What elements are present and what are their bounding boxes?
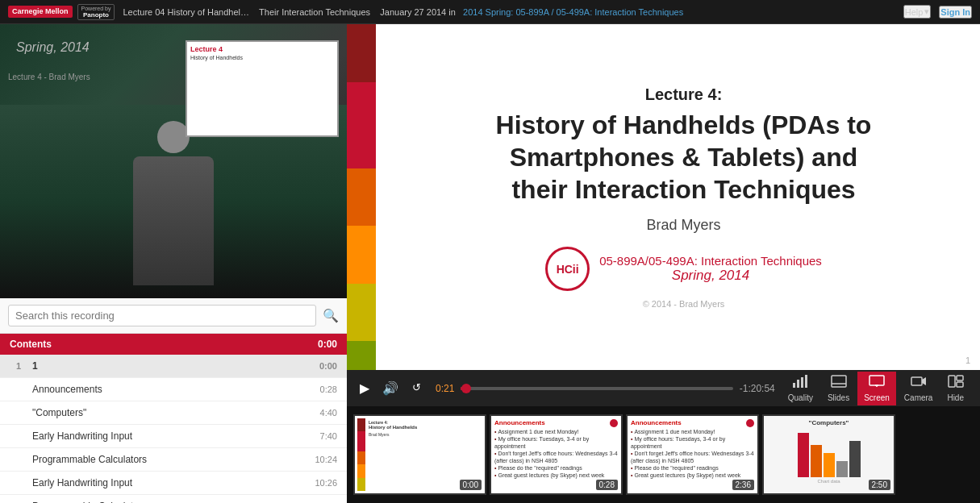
contents-item-1[interactable]: 1 1 0:00 (0, 355, 347, 378)
item-time-computers: 4:40 (320, 408, 337, 418)
item-label-1: 1 (32, 360, 319, 372)
slide-semester: Spring, 2014 (599, 268, 822, 284)
thumb-1-time: 0:28 (596, 480, 618, 490)
camera-label: Camera (904, 393, 933, 402)
screen-button[interactable]: Screen (857, 372, 896, 405)
slide-color-bars (347, 24, 376, 370)
slide-course-info: 05-899A/05-499A: Interaction Techniques … (599, 254, 822, 284)
title-separator: Their Interaction Techniques (259, 7, 370, 17)
hci-logo-area: HCii 05-899A/05-499A: Interaction Techni… (545, 247, 822, 291)
svg-rect-1 (793, 383, 795, 388)
progress-area: 0:21 -1:20:54 (436, 383, 775, 394)
thumbnail-2[interactable]: Announcements •Assignment 1 due next Mon… (626, 414, 759, 495)
quality-icon (792, 375, 808, 392)
hide-button[interactable]: Hide (940, 372, 970, 405)
progress-track[interactable] (461, 387, 732, 390)
contents-header: Contents 0:00 (0, 334, 347, 355)
contents-item-programmable2[interactable]: Programmable Calculators 10:35 (0, 495, 347, 503)
item-label-announcements: Announcements (32, 384, 320, 395)
video-frame: Spring, 2014 Lecture 4 - Brad Myers Lect… (0, 24, 347, 298)
thumb-3-chart (767, 429, 890, 477)
item-label-programmable1: Programmable Calculators (32, 454, 315, 465)
page-title: Lecture 04 History of Handhel… Their Int… (123, 7, 895, 17)
slide-display: Lecture 4: History of Handhelds (PDAs to… (347, 24, 980, 370)
camera-button[interactable]: Camera (898, 372, 940, 405)
item-time-handwriting1: 7:40 (320, 431, 337, 441)
svg-rect-7 (869, 376, 884, 385)
slide-author: Brad Myers (646, 217, 720, 234)
item-time-programmable1: 10:24 (315, 455, 337, 464)
svg-rect-5 (832, 376, 846, 387)
current-time: 0:21 (436, 383, 454, 394)
thumb-2-reddot (746, 419, 754, 427)
item-time-announcements: 0:28 (320, 385, 337, 394)
logo-area: Carnegie Mellon Powered by Panopto (8, 4, 115, 20)
recording-date: January 27 2014 in (380, 7, 456, 17)
svg-rect-13 (957, 376, 963, 380)
rewind-button[interactable]: ↺ (408, 376, 429, 400)
quality-label: Quality (788, 393, 813, 402)
thumb-3-time: 2:50 (869, 480, 890, 490)
left-panel: Spring, 2014 Lecture 4 - Brad Myers Lect… (0, 24, 347, 503)
help-button[interactable]: Help ▾ (903, 5, 932, 19)
item-time-handwriting2: 10:26 (315, 478, 337, 488)
right-panel: Lecture 4: History of Handhelds (PDAs to… (347, 24, 980, 503)
thumbnails-bar: Lecture 4: History of Handhelds Brad Mye… (347, 406, 980, 503)
hci-circle-logo: HCii (545, 247, 590, 291)
item-label-computers: "Computers" (32, 407, 320, 418)
thumbnail-1[interactable]: Announcements •Assignment 1 due next Mon… (490, 414, 623, 495)
thumbnail-0[interactable]: Lecture 4: History of Handhelds Brad Mye… (353, 414, 486, 495)
slide-copyright: © 2014 - Brad Myers (643, 299, 725, 309)
slide-main-content: Lecture 4: History of Handhelds (PDAs to… (387, 69, 980, 325)
svg-rect-12 (949, 376, 955, 387)
volume-button[interactable]: 🔊 (379, 377, 402, 399)
slide-label-small: Lecture 4 - Brad Myers (8, 73, 90, 81)
slides-icon (831, 375, 847, 392)
cmu-logo: Carnegie Mellon (8, 6, 73, 18)
screen-icon (869, 375, 885, 392)
thumb-3-title: "Computers" (767, 419, 890, 426)
panopto-brand: Panopto (83, 11, 109, 19)
contents-item-handwriting1[interactable]: Early Handwriting Input 7:40 (0, 425, 347, 448)
item-label-handwriting2: Early Handwriting Input (32, 477, 315, 488)
contents-item-handwriting2[interactable]: Early Handwriting Input 10:26 (0, 472, 347, 495)
screen-bg: Lecture 4 History of Handhelds (186, 40, 339, 137)
screen-label: Screen (864, 393, 890, 402)
contents-item-computers[interactable]: "Computers" 4:40 (0, 401, 347, 425)
contents-panel: Contents 0:00 1 1 0:00 Announcements 0:2… (0, 334, 347, 503)
item-time-1: 0:00 (319, 361, 337, 371)
contents-item-programmable1[interactable]: Programmable Calculators 10:24 (0, 448, 347, 472)
lecturer-figure (121, 121, 226, 298)
quality-button[interactable]: Quality (782, 372, 819, 405)
app-header: Carnegie Mellon Powered by Panopto Lectu… (0, 0, 980, 24)
svg-rect-10 (911, 377, 922, 385)
slide-title: History of Handhelds (PDAs to Smartphone… (496, 109, 872, 206)
thumb-1-title: Announcements (494, 419, 618, 426)
slides-button[interactable]: Slides (821, 372, 856, 405)
progress-dot (461, 384, 471, 393)
contents-first-time: 0:00 (318, 339, 337, 350)
slide-area: Lecture 4: History of Handhelds (PDAs to… (347, 24, 980, 370)
hide-icon (948, 375, 964, 392)
signin-button[interactable]: Sign In (939, 6, 972, 19)
thumbnail-3[interactable]: "Computers" Chart data 2:50 (762, 414, 895, 495)
course-link[interactable]: 2014 Spring: 05-899A / 05-499A: Interact… (463, 7, 683, 17)
svg-rect-3 (801, 377, 803, 388)
title-short: Lecture 04 History of Handhel… (123, 7, 249, 17)
play-button[interactable]: ▶ (357, 377, 373, 399)
slide-page-number: 1 (965, 355, 970, 365)
video-preview[interactable]: Spring, 2014 Lecture 4 - Brad Myers Lect… (0, 24, 347, 298)
contents-label: Contents (10, 339, 52, 350)
slide-lecture-number: Lecture 4: (645, 85, 723, 104)
svg-rect-2 (797, 380, 799, 388)
svg-rect-4 (805, 375, 807, 388)
item-number-1: 1 (16, 361, 26, 371)
search-button[interactable]: 🔍 (323, 308, 339, 323)
slides-label: Slides (828, 393, 849, 402)
search-input[interactable] (8, 305, 316, 326)
thumb-1-reddot (610, 419, 618, 427)
thumb-2-title: Announcements (631, 419, 754, 426)
thumb-0-time: 0:00 (460, 480, 482, 490)
contents-item-announcements[interactable]: Announcements 0:28 (0, 378, 347, 401)
svg-rect-14 (957, 382, 963, 387)
